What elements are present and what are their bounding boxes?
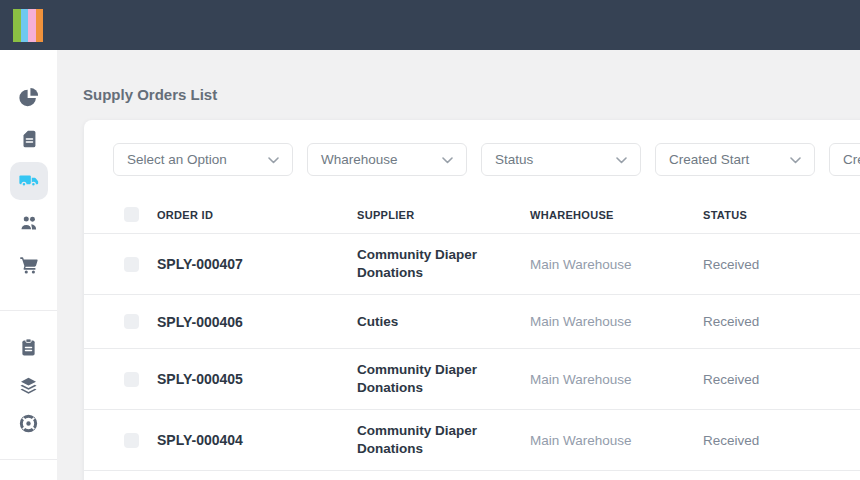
filter-label: Select an Option	[127, 152, 227, 167]
column-header-warehouse: WHAREHOUSE	[530, 209, 703, 221]
filters-bar: Select an Option Wharehouse Status Creat…	[113, 143, 860, 176]
column-header-order-id: ORDER ID	[157, 209, 357, 221]
sidebar-item-file-invoice[interactable]	[10, 120, 48, 158]
row-checkbox[interactable]	[124, 372, 139, 387]
sidebar-item-shopping-cart[interactable]	[10, 246, 48, 284]
clipboard-icon	[18, 337, 39, 358]
order-id-cell: SPLY-000405	[157, 371, 357, 387]
logo-stripe-pink	[28, 9, 36, 42]
chevron-down-icon	[616, 152, 627, 167]
select-option-filter-dropdown[interactable]: Select an Option	[113, 143, 293, 176]
status-cell: Received	[703, 433, 860, 448]
table-row[interactable]: SPLY-000404 Community Diaper Donations M…	[84, 410, 860, 471]
supplier-cell: Cuties	[357, 313, 512, 331]
sidebar-item-clipboard[interactable]	[10, 330, 48, 364]
order-id-cell: SPLY-000407	[157, 256, 357, 272]
chevron-down-icon	[268, 152, 279, 167]
order-id-cell: SPLY-000404	[157, 432, 357, 448]
chevron-down-icon	[790, 152, 801, 167]
table-row[interactable]: SPLY-000406 Cuties Main Warehouse Receiv…	[84, 295, 860, 349]
warehouse-cell: Main Warehouse	[530, 314, 703, 329]
sidebar-bottom-group	[0, 311, 57, 442]
column-header-supplier: SUPPLIER	[357, 209, 530, 221]
status-cell: Received	[703, 372, 860, 387]
row-checkbox[interactable]	[124, 257, 139, 272]
orders-card: Select an Option Wharehouse Status Creat…	[84, 120, 860, 480]
created-end-filter-dropdown[interactable]: Cre	[829, 143, 860, 176]
table-header-row: ORDER ID SUPPLIER WHAREHOUSE STATUS	[84, 196, 860, 234]
filter-label: Status	[495, 152, 533, 167]
main-content: Supply Orders List Select an Option Whar…	[57, 50, 860, 480]
truck-icon	[18, 170, 40, 192]
supplier-cell: Community Diaper Donations	[357, 361, 512, 397]
logo-stripe-orange	[36, 9, 44, 42]
warehouse-filter-dropdown[interactable]: Wharehouse	[307, 143, 467, 176]
file-invoice-icon	[18, 128, 40, 150]
layers-icon	[18, 375, 39, 396]
pie-chart-icon	[18, 86, 40, 108]
order-id-cell: SPLY-000406	[157, 314, 357, 330]
filter-label: Wharehouse	[321, 152, 398, 167]
status-cell: Received	[703, 314, 860, 329]
row-checkbox[interactable]	[124, 433, 139, 448]
sidebar-divider-bottom	[0, 459, 57, 460]
page-title: Supply Orders List	[83, 86, 217, 103]
created-start-filter-dropdown[interactable]: Created Start	[655, 143, 815, 176]
supplier-cell: Community Diaper Donations	[357, 422, 512, 458]
chevron-down-icon	[442, 152, 453, 167]
row-checkbox[interactable]	[124, 314, 139, 329]
logo-stripe-green	[13, 9, 21, 42]
users-icon	[18, 212, 40, 234]
select-all-checkbox[interactable]	[124, 207, 139, 222]
sidebar-item-users[interactable]	[10, 204, 48, 242]
column-header-status: STATUS	[703, 209, 860, 221]
sidebar	[0, 50, 57, 480]
warehouse-cell: Main Warehouse	[530, 372, 703, 387]
status-cell: Received	[703, 257, 860, 272]
table-row[interactable]: SPLY-000407 Community Diaper Donations M…	[84, 234, 860, 295]
logo-stripe-blue	[21, 9, 29, 42]
table-row[interactable]: SPLY-000405 Community Diaper Donations M…	[84, 349, 860, 410]
sidebar-item-life-buoy[interactable]	[10, 406, 48, 440]
status-filter-dropdown[interactable]: Status	[481, 143, 641, 176]
sidebar-item-layers[interactable]	[10, 368, 48, 402]
orders-table: ORDER ID SUPPLIER WHAREHOUSE STATUS SPLY…	[84, 196, 860, 471]
filter-label: Created Start	[669, 152, 749, 167]
sidebar-item-pie-chart[interactable]	[10, 78, 48, 116]
warehouse-cell: Main Warehouse	[530, 257, 703, 272]
shopping-cart-icon	[18, 254, 40, 276]
warehouse-cell: Main Warehouse	[530, 433, 703, 448]
filter-label: Cre	[843, 152, 860, 167]
app-logo[interactable]	[13, 9, 43, 42]
sidebar-item-truck[interactable]	[10, 162, 48, 200]
life-buoy-icon	[18, 413, 39, 434]
sidebar-top-group	[0, 50, 57, 286]
topbar	[0, 0, 860, 50]
supplier-cell: Community Diaper Donations	[357, 246, 512, 282]
